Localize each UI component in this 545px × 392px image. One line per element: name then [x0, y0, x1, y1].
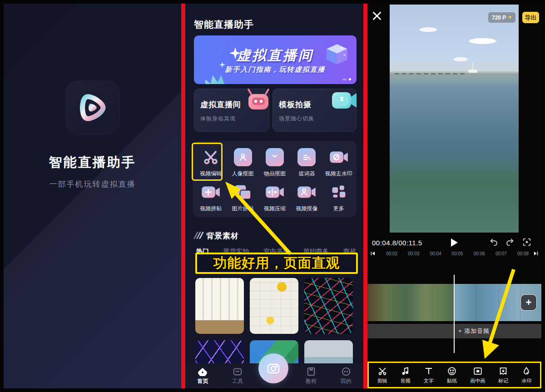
- playback-controls: 00:04.8/00:11.5: [367, 236, 541, 249]
- red-divider-left: [181, 4, 185, 388]
- toolbox-icon: [233, 367, 243, 376]
- bookmark-icon: [306, 367, 316, 376]
- nav-home[interactable]: 首页: [185, 367, 220, 385]
- toolbar-cut[interactable]: 剪辑: [377, 366, 387, 384]
- skip-to-end-icon[interactable]: [533, 251, 539, 256]
- video-editor-screen: 720 P 导出 00:04.8/00:11.5: [367, 4, 541, 388]
- toolbar-audio[interactable]: 音频: [401, 366, 411, 384]
- camera-no-watermark-icon: [329, 147, 349, 167]
- toolbar-label: 贴纸: [447, 377, 457, 384]
- tool-label: 人像抠图: [232, 170, 254, 178]
- music-note-icon: [401, 366, 411, 376]
- toolbar-label: 画中画: [470, 377, 485, 384]
- document-icon: [297, 148, 316, 166]
- video-preview[interactable]: [390, 5, 519, 233]
- toolbar-sticker[interactable]: 贴纸: [447, 366, 457, 384]
- tool-video-matting[interactable]: 视频抠像: [291, 182, 322, 213]
- water-drop-icon: [521, 366, 531, 376]
- card-template-shoot[interactable]: 模板拍摄 场景随心切换: [272, 89, 357, 132]
- camera-compress-icon: [265, 182, 285, 202]
- home-icon: [198, 367, 208, 376]
- materials-section-title: 背景素材: [206, 231, 239, 241]
- skip-to-start-icon[interactable]: [370, 251, 376, 256]
- editor-toolbar: 剪辑 音频 文字: [367, 362, 541, 388]
- add-clip-button[interactable]: +: [520, 294, 537, 311]
- playhead-line[interactable]: [454, 275, 455, 353]
- red-divider-right: [363, 4, 367, 388]
- toolbar-pip[interactable]: 画中画: [470, 366, 485, 384]
- tool-picture-collage[interactable]: 图片拼贴: [227, 182, 258, 213]
- tool-video-collage[interactable]: 视频拼贴: [195, 182, 227, 213]
- toolbar-label: 剪辑: [377, 377, 387, 384]
- export-button[interactable]: 导出: [522, 12, 539, 23]
- chevron-down-icon: [508, 16, 512, 19]
- nav-tools[interactable]: 工具: [220, 367, 255, 385]
- toolbar-text[interactable]: 文字: [424, 366, 434, 384]
- home-screen: 智能直播助手 虚拟直播间 新手入门指南，玩转虚拟直播: [185, 4, 363, 388]
- tool-teleprompter[interactable]: 提词器: [291, 147, 322, 178]
- redo-button[interactable]: [505, 237, 515, 248]
- page-title: 智能直播助手: [194, 18, 254, 31]
- camera-capture-button[interactable]: [258, 353, 288, 383]
- card-title: 模板拍摄: [279, 99, 312, 110]
- nav-label: 首页: [197, 377, 208, 385]
- fullscreen-icon[interactable]: [522, 237, 533, 248]
- material-photo-shelf-room[interactable]: [195, 278, 244, 334]
- splash-screen: 智能直播助手 一部手机玩转虚拟直播: [4, 4, 181, 388]
- grid-more-icon: [331, 182, 347, 202]
- nav-label: 工具: [232, 377, 243, 385]
- banner-page-dots: [342, 78, 351, 80]
- resolution-value: 720 P: [492, 15, 506, 21]
- tool-portrait-cutout[interactable]: 人像抠图: [227, 147, 258, 178]
- text-T-icon: [424, 366, 434, 376]
- nav-label: 教程: [306, 377, 317, 385]
- tool-label: 图片拼贴: [232, 205, 254, 213]
- toolbar-label: 音频: [401, 377, 411, 384]
- card-subtitle: 场景随心切换: [279, 115, 314, 123]
- nav-tutorial[interactable]: 教程: [293, 367, 328, 385]
- card-subtitle: 体验身临其境: [200, 115, 236, 123]
- toolbar-watermark[interactable]: 水印: [521, 366, 531, 384]
- toolbar-label: 标记: [498, 377, 508, 384]
- nav-label: 我的: [341, 377, 352, 385]
- timecode: 00:04.8/00:11.5: [372, 239, 422, 247]
- undo-button[interactable]: [489, 237, 500, 248]
- tool-video-compress[interactable]: 视频压缩: [259, 182, 291, 213]
- card-virtual-liveroom[interactable]: 虚拟直播间 体验身临其境: [194, 89, 269, 132]
- tool-label: 提词器: [298, 170, 315, 178]
- virtual-liveroom-banner[interactable]: 虚拟直播间 新手入门指南，玩转虚拟直播: [194, 35, 357, 84]
- play-button[interactable]: [451, 238, 458, 247]
- material-photo-interior-lamp[interactable]: [250, 278, 298, 334]
- close-icon[interactable]: [371, 10, 384, 23]
- ruler-tick: 00:04: [430, 251, 441, 256]
- ruler-tick: 00:08: [517, 251, 529, 256]
- scissors-icon: [202, 147, 219, 167]
- splash-tagline: 一部手机玩转虚拟直播: [50, 179, 136, 189]
- tool-label: 视频去水印: [325, 170, 352, 178]
- camera-icon: [266, 361, 281, 376]
- card-title: 虚拟直播间: [200, 99, 241, 110]
- tool-remove-watermark[interactable]: 视频去水印: [323, 147, 355, 178]
- video-camera-icon: [329, 88, 359, 113]
- dot-inactive: [342, 79, 347, 80]
- camera-person-icon: [297, 182, 317, 202]
- toolbar-label: 文字: [424, 377, 434, 384]
- play-logo-icon: [75, 90, 110, 125]
- nav-mine[interactable]: 我的: [328, 367, 363, 385]
- bookmark-star-icon: [498, 366, 508, 376]
- tool-more[interactable]: 更多: [323, 182, 355, 213]
- dot-active: [349, 78, 351, 80]
- tool-object-cutout[interactable]: 物品抠图: [259, 147, 291, 178]
- resolution-selector[interactable]: 720 P: [488, 12, 515, 23]
- tool-video-edit[interactable]: 视频编辑: [195, 147, 227, 178]
- ruler-tick: 00:05: [452, 251, 463, 256]
- robot-icon: [244, 88, 272, 114]
- splash-app-name: 智能直播助手: [49, 154, 136, 172]
- ruler-tick: 00:02: [386, 251, 397, 256]
- toolbar-mark[interactable]: 标记: [498, 366, 508, 384]
- screenshot-root: 智能直播助手 一部手机玩转虚拟直播 智能直播助手 虚拟直播间 新手入门指南，玩转…: [0, 0, 545, 392]
- material-photo-neon-lasers[interactable]: [304, 278, 353, 334]
- tool-label: 更多: [333, 205, 344, 213]
- timeline-ruler: · 00:02 · 00:03 · 00:04 · 00:05 · 00:06 …: [367, 250, 541, 257]
- fish-farm-silhouette: [395, 73, 466, 74]
